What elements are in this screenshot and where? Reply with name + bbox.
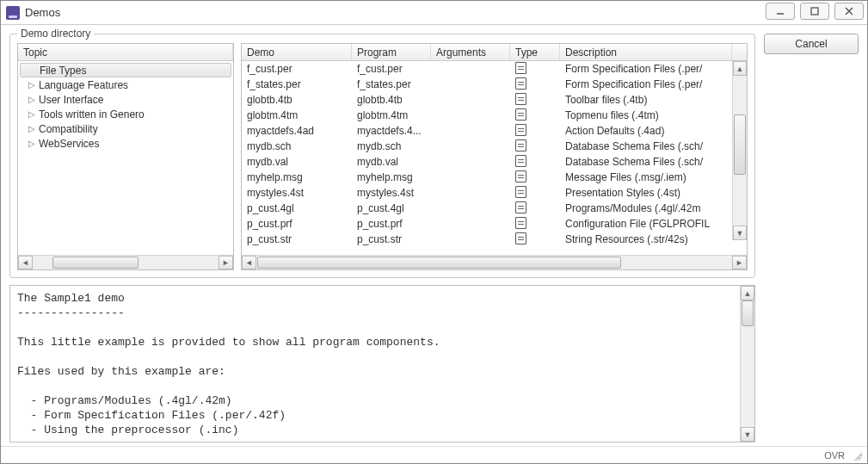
tree-body: File Types ▷ Language Features ▷ User In… — [18, 61, 233, 255]
scroll-up-icon[interactable]: ▲ — [733, 61, 747, 76]
cell-program: mydb.sch — [352, 140, 431, 152]
expander-icon[interactable]: ▷ — [27, 109, 37, 119]
table-row[interactable]: myactdefs.4admyactdefs.4...Action Defaul… — [242, 123, 732, 139]
scroll-down-icon[interactable]: ▼ — [741, 427, 754, 442]
cell-program: myactdefs.4... — [352, 125, 431, 137]
cell-type — [510, 77, 560, 92]
expander-icon[interactable]: ▷ — [27, 80, 37, 90]
info-vscroll[interactable]: ▲ ▼ — [740, 286, 754, 442]
expander-icon[interactable]: ▷ — [27, 139, 37, 148]
cell-program: p_cust.prf — [352, 218, 431, 230]
file-icon — [515, 201, 526, 213]
vscroll-thumb[interactable] — [742, 300, 754, 326]
right-column: Cancel — [764, 34, 859, 442]
grid-hscroll[interactable]: ◄ ► — [242, 255, 747, 269]
titlebar[interactable]: Demos — [1, 1, 867, 25]
cell-description: Form Specification Files (.per/ — [560, 63, 732, 75]
demo-directory-group: Demo directory Topic File Types ▷ Langua — [9, 34, 755, 278]
vscroll-thumb[interactable] — [734, 114, 746, 175]
file-icon — [515, 217, 526, 229]
table-row[interactable]: p_cust.prfp_cust.prfConfiguration File (… — [242, 216, 732, 232]
scroll-right-icon[interactable]: ► — [732, 256, 747, 269]
grid-header-program[interactable]: Program — [352, 44, 431, 60]
cell-type — [510, 232, 560, 247]
tree-item-file-types[interactable]: File Types — [20, 63, 231, 77]
svg-rect-1 — [811, 8, 818, 15]
maximize-button[interactable] — [800, 3, 829, 20]
cell-program: p_cust.str — [352, 233, 431, 245]
tree-item-label: WebServices — [37, 138, 99, 150]
grid-vscroll[interactable]: ▲ ▼ — [732, 61, 747, 240]
cell-demo: mystyles.4st — [242, 187, 352, 199]
cell-type — [510, 62, 560, 77]
tree-item-user-interface[interactable]: ▷ User Interface — [18, 92, 233, 107]
table-row[interactable]: f_states.perf_states.perForm Specificati… — [242, 77, 732, 92]
file-icon — [515, 139, 526, 152]
tree-item-label: Language Features — [37, 79, 128, 91]
cell-demo: p_cust.prf — [242, 218, 352, 230]
scroll-down-icon[interactable]: ▼ — [733, 226, 747, 240]
table-row[interactable]: mydb.schmydb.schDatabase Schema Files (.… — [242, 139, 732, 154]
minimize-button[interactable] — [766, 3, 795, 20]
cell-program: f_cust.per — [352, 63, 431, 75]
cell-type — [510, 155, 560, 170]
scroll-up-icon[interactable]: ▲ — [741, 286, 754, 300]
statusbar: OVR — [1, 446, 867, 463]
file-grid[interactable]: Demo Program Arguments Type Description … — [241, 43, 748, 270]
cell-demo: mydb.sch — [242, 140, 352, 152]
scroll-right-icon[interactable]: ► — [219, 256, 233, 269]
grid-header-type[interactable]: Type — [510, 44, 560, 60]
table-row[interactable]: f_cust.perf_cust.perForm Specification F… — [242, 61, 732, 77]
table-row[interactable]: globtm.4tmglobtm.4tmTopmenu files (.4tm) — [242, 108, 732, 123]
file-icon — [515, 93, 526, 105]
close-icon — [843, 5, 855, 17]
grid-header-description[interactable]: Description — [560, 44, 732, 60]
cell-demo: f_cust.per — [242, 63, 352, 75]
tree-item-webservices[interactable]: ▷ WebServices — [18, 136, 233, 151]
cell-type — [510, 139, 560, 154]
cell-description: Database Schema Files (.sch/ — [560, 140, 732, 152]
cell-demo: globtb.4tb — [242, 94, 352, 106]
hscroll-thumb[interactable] — [52, 257, 139, 269]
grid-header-demo[interactable]: Demo — [242, 44, 352, 60]
info-text[interactable]: The Sample1 demo ---------------- This l… — [10, 286, 754, 442]
scroll-left-icon[interactable]: ◄ — [242, 256, 256, 269]
tree-item-compatibility[interactable]: ▷ Compatibility — [18, 121, 233, 136]
file-icon — [515, 62, 526, 74]
cell-description: Message Files (.msg/.iem) — [560, 171, 732, 183]
close-button[interactable] — [834, 3, 864, 20]
cell-type — [510, 170, 560, 185]
cell-demo: myhelp.msg — [242, 171, 352, 183]
minimize-icon — [774, 5, 786, 17]
cell-type — [510, 108, 560, 123]
table-row[interactable]: myhelp.msgmyhelp.msgMessage Files (.msg/… — [242, 170, 732, 185]
resize-grip-icon[interactable] — [852, 450, 862, 461]
table-row[interactable]: globtb.4tbglobtb.4tbToolbar files (.4tb) — [242, 92, 732, 108]
tree-item-label: Compatibility — [37, 123, 98, 135]
tree-hscroll[interactable]: ◄ ► — [18, 255, 233, 269]
cell-program: f_states.per — [352, 78, 431, 90]
hscroll-thumb[interactable] — [257, 257, 621, 269]
table-row[interactable]: p_cust.strp_cust.strString Resources (.s… — [242, 232, 732, 247]
table-row[interactable]: mydb.valmydb.valDatabase Schema Files (.… — [242, 154, 732, 170]
expander-icon[interactable]: ▷ — [27, 95, 37, 104]
file-icon — [515, 124, 526, 136]
scroll-left-icon[interactable]: ◄ — [18, 256, 33, 269]
cancel-button[interactable]: Cancel — [764, 34, 859, 54]
tree-header-topic[interactable]: Topic — [18, 44, 233, 60]
expander-icon[interactable]: ▷ — [27, 124, 37, 133]
cell-type — [510, 93, 560, 108]
cell-description: Topmenu files (.4tm) — [560, 109, 732, 121]
tree-item-language-features[interactable]: ▷ Language Features — [18, 77, 233, 92]
grid-body: f_cust.perf_cust.perForm Specification F… — [242, 61, 747, 255]
topic-tree[interactable]: Topic File Types ▷ Language Features ▷ — [17, 43, 234, 270]
table-row[interactable]: p_cust.4glp_cust.4glPrograms/Modules (.4… — [242, 201, 732, 216]
tree-item-tools-written-in-genero[interactable]: ▷ Tools written in Genero — [18, 107, 233, 121]
cell-type — [510, 217, 560, 232]
cell-description: Presentation Styles (.4st) — [560, 187, 732, 199]
file-icon — [515, 77, 526, 90]
grid-header-arguments[interactable]: Arguments — [431, 44, 510, 60]
table-row[interactable]: mystyles.4stmystyles.4stPresentation Sty… — [242, 185, 732, 201]
cell-description: Database Schema Files (.sch/ — [560, 156, 732, 168]
cell-demo: p_cust.4gl — [242, 202, 352, 214]
